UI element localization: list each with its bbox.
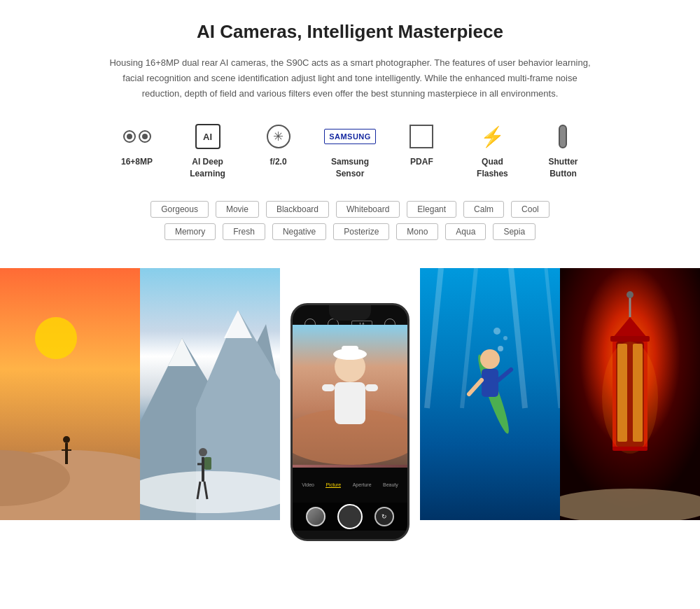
- phone-shutter-button[interactable]: [337, 504, 363, 529]
- svg-rect-45: [610, 336, 650, 342]
- svg-point-5: [63, 436, 70, 443]
- feature-label-aperture: f/2.0: [270, 156, 287, 168]
- phone-mode-bar: Video Picture Aperture Beauty: [293, 468, 407, 503]
- feature-dual-camera: 16+8MP: [112, 122, 162, 168]
- filter-sepia[interactable]: Sepia: [493, 223, 536, 240]
- svg-point-1: [35, 317, 77, 359]
- svg-rect-34: [482, 369, 498, 397]
- phone-mode-aperture[interactable]: Aperture: [353, 482, 372, 487]
- feature-samsung: SAMSUNG SamsungSensor: [324, 122, 376, 180]
- phone-mode-picture[interactable]: Picture: [326, 482, 341, 488]
- feature-aperture: f/2.0: [253, 122, 303, 168]
- filter-posterize[interactable]: Posterize: [333, 223, 389, 240]
- features-row: 16+8MP AI AI DeepLearning f/2.0 SAMSUNG: [70, 122, 630, 180]
- filter-cool[interactable]: Cool: [511, 201, 550, 218]
- filter-gorgeous[interactable]: Gorgeous: [150, 201, 209, 218]
- phone-screen-photo: [293, 325, 407, 468]
- filter-negative[interactable]: Negative: [272, 223, 326, 240]
- filter-movie[interactable]: Movie: [216, 201, 259, 218]
- svg-point-37: [498, 346, 503, 351]
- feature-shutter: ShutterButton: [538, 122, 588, 180]
- page-title: AI Cameras, Intelligent Masterpiece: [70, 21, 630, 43]
- images-section: 1.0: [0, 268, 700, 520]
- svg-point-12: [140, 471, 280, 513]
- phone-bottom-bar: ↻: [293, 503, 407, 531]
- phone-brand-label: DOOGEE: [332, 538, 368, 541]
- filter-whiteboard[interactable]: Whiteboard: [336, 201, 400, 218]
- feature-label-flash: QuadFlashes: [477, 156, 508, 180]
- svg-rect-4: [65, 443, 68, 464]
- phone-mode-video[interactable]: Video: [302, 482, 314, 487]
- photo-desert: [0, 268, 140, 520]
- phone-brand-bar: DOOGEE: [293, 531, 407, 541]
- ai-icon: AI: [195, 122, 220, 150]
- photo-lantern: [560, 268, 700, 520]
- feature-quad-flash: ⚡ QuadFlashes: [468, 122, 517, 180]
- svg-point-33: [480, 349, 500, 369]
- filters-section: Gorgeous Movie Blackboard Whiteboard Ele…: [70, 201, 630, 240]
- filter-fresh[interactable]: Fresh: [223, 223, 265, 240]
- phone-flip-button[interactable]: ↻: [374, 507, 394, 526]
- svg-point-14: [199, 448, 207, 456]
- photo-underwater: [420, 268, 560, 520]
- filter-aqua[interactable]: Aqua: [445, 223, 486, 240]
- svg-point-39: [493, 328, 500, 335]
- filters-row-1: Gorgeous Movie Blackboard Whiteboard Ele…: [150, 201, 550, 218]
- svg-rect-24: [335, 382, 365, 424]
- shutter-icon: [559, 122, 567, 150]
- filter-elegant[interactable]: Elegant: [407, 201, 456, 218]
- svg-point-49: [602, 342, 658, 454]
- filter-blackboard[interactable]: Blackboard: [266, 201, 329, 218]
- phone-mockup: 1.0: [290, 303, 410, 541]
- filter-calm[interactable]: Calm: [463, 201, 504, 218]
- svg-rect-13: [202, 457, 204, 482]
- feature-label-samsung: SamsungSensor: [331, 156, 369, 180]
- dual-camera-icon: [123, 122, 151, 150]
- filter-memory[interactable]: Memory: [164, 223, 216, 240]
- svg-rect-18: [204, 457, 211, 470]
- svg-rect-25: [322, 384, 335, 391]
- page-description: Housing 16+8MP dual rear AI cameras, the…: [105, 55, 595, 102]
- filters-row-2: Memory Fresh Negative Posterize Mono Aqu…: [164, 223, 536, 240]
- svg-rect-23: [342, 346, 358, 357]
- page-wrapper: AI Cameras, Intelligent Masterpiece Hous…: [0, 0, 700, 520]
- pdaf-icon: [410, 122, 433, 150]
- top-section: AI Cameras, Intelligent Masterpiece Hous…: [0, 0, 700, 268]
- samsung-icon: SAMSUNG: [324, 122, 376, 150]
- svg-point-41: [560, 489, 700, 520]
- phone-mode-beauty[interactable]: Beauty: [383, 482, 398, 487]
- feature-label-pdaf: PDAF: [410, 156, 433, 168]
- svg-rect-26: [365, 384, 378, 391]
- flash-icon: ⚡: [480, 122, 505, 150]
- feature-ai: AI AI DeepLearning: [183, 122, 232, 180]
- svg-point-38: [503, 336, 507, 340]
- phone-container: 1.0: [280, 268, 420, 520]
- feature-label-ai: AI DeepLearning: [190, 156, 225, 180]
- phone-gallery-button[interactable]: [306, 507, 326, 526]
- phone-notch: [329, 305, 371, 321]
- aperture-icon: [267, 122, 290, 150]
- filter-mono[interactable]: Mono: [396, 223, 438, 240]
- feature-label-dual-camera: 16+8MP: [121, 156, 153, 168]
- svg-rect-50: [612, 447, 648, 451]
- photo-mountain: [140, 268, 280, 520]
- svg-point-46: [626, 291, 634, 298]
- feature-label-shutter: ShutterButton: [548, 156, 578, 180]
- feature-pdaf: PDAF: [397, 122, 447, 168]
